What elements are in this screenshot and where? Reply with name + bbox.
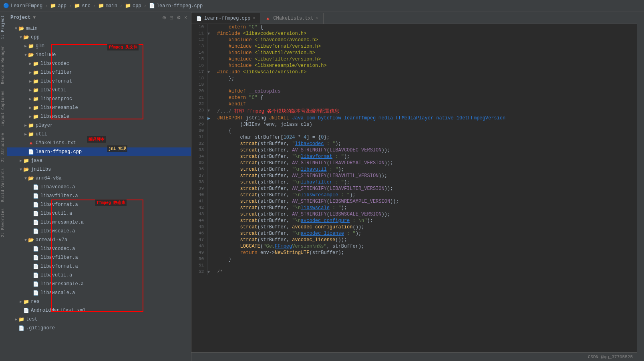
topbar: 🔵 LearnFFmpeg › 📁 app › 📁 src › 📁 main ›… [0,0,644,12]
tree-label-arm64-libavformat: libavformat.a [40,202,78,208]
tree-item-arm64-libswresample[interactable]: ▶ 📄 libswresample.a [7,218,191,227]
code-line-32: 32 strcat(strBuffer, "libavcodec : "); [191,141,637,147]
code-line-43: 43 strcat(strBuffer, AV_STRINGIFY(LIBSWS… [191,211,637,218]
tree-label-libswscale: libswscale [40,114,69,119]
cmake-script-label: 编译脚本 [87,136,106,143]
code-line-17: 17 ▼ #include <libswscale/version.h> [191,69,637,75]
tab-learn-ffmpeg[interactable]: 📄 learn-ffmpeg.cpp × [191,13,260,24]
panel-resource-label[interactable]: Resource Manager [0,42,7,87]
tree-item-armeabi-libavcodec[interactable]: ▶ 📄 libavcodec.a [7,244,191,253]
tab-close-cmake[interactable]: × [316,16,318,21]
sync-button[interactable]: ⊕ [161,14,167,21]
code-line-19: 19 [191,82,637,88]
code-line-22: 22 #endif [191,101,637,107]
tree-label-java: java [31,158,42,163]
code-line-11: 11 ▼ #include <libavcodec/version.h> [191,30,637,37]
tree-item-arm64[interactable]: ▼ 📂 arm64-v8a [7,174,191,183]
tree-item-armeabi-libavformat[interactable]: ▶ 📄 libavformat.a [7,262,191,271]
project-panel: Project ▼ ⊕ ⊟ ⚙ × ffmpeg 头文件 编译脚本 jni 实现… [7,12,191,361]
tree-label-arm64-libavutil: libavutil.a [40,211,72,216]
tree-label-player: player [36,123,53,128]
tree-label-learn-ffmpeg: learn-ffmpeg.cpp [36,149,82,155]
tab-cmake[interactable]: 🔺 CMakeLists.txt × [260,13,324,24]
tree-label-armeabi-libavutil: libavutil.a [40,272,72,278]
tree-item-jnilibs[interactable]: ▼ 📂 jniLibs [7,165,191,174]
tree-item-res[interactable]: ▶ 📁 res [7,297,191,306]
tree-label-armeabi: armeabi-v7a [36,237,67,243]
tab-label-cmake: CMakeLists.txt [273,16,314,21]
tree-label-cmake: CMakeLists.txt [36,140,76,146]
code-line-41: 41 strcat(strBuffer, AV_STRINGIFY(LIBSWR… [191,198,637,205]
code-line-13: 13 #include <libavformat/version.h> [191,43,637,50]
code-line-47: 47 strcat(strBuffer, avcodec_license()); [191,237,637,243]
bc-project[interactable]: LearnFFmpeg [11,3,42,9]
tree-item-include[interactable]: ▼ 📂 include [7,50,191,59]
tree-item-armeabi[interactable]: ▼ 📂 armeabi-v7a [7,236,191,244]
code-line-28: 28 ▶ JNIEXPORT jstring JNICALL Java_com_… [191,115,637,121]
panel-toolbar: ⊕ ⊟ ⚙ × [161,14,188,21]
tree-item-player[interactable]: ▶ 📁 player [7,121,191,130]
tab-close-learn-ffmpeg[interactable]: × [253,16,255,21]
tree-label-arm64-libswscale: libswscale.a [40,228,75,234]
statusbar: CSDN @qq_37705525 [191,352,637,361]
tree-item-arm64-libswscale[interactable]: ▶ 📄 libswscale.a [7,227,191,236]
project-tree[interactable]: ffmpeg 头文件 编译脚本 jni 实现 ffmpeg 静态库 ▼ 📂 ma… [7,23,191,361]
tree-item-test[interactable]: ▶ 📁 test [7,315,191,324]
panel-project-label[interactable]: 1: Project [0,12,7,42]
tree-item-gitignore[interactable]: ▶ 📄 .gitignore [7,324,191,333]
code-line-16: 16 #include <libswresample/version.h> [191,63,637,69]
tree-item-libavformat[interactable]: ▶ 📁 libavformat [7,77,191,86]
tree-label-libavformat: libavformat [40,79,72,84]
panel-favorites-label[interactable]: 2: Favorites [0,205,7,240]
tree-item-glm[interactable]: ▶ 📁 glm [7,42,191,50]
tree-item-java[interactable]: ▶ 📁 java [7,156,191,165]
project-title: Project [10,15,30,20]
tree-item-armeabi-libavfilter[interactable]: ▶ 📄 libavfilter.a [7,253,191,262]
code-line-40: 40 strcat(strBuffer, "\nlibswresample : … [191,192,637,198]
tree-label-cpp: cpp [31,34,40,40]
tab-label-learn-ffmpeg: learn-ffmpeg.cpp [204,16,250,21]
tree-item-learn-ffmpeg[interactable]: ▶ 📄 learn-ffmpeg.cpp [7,147,191,156]
tree-item-cpp[interactable]: ▼ 📂 cpp [7,33,191,42]
editor-area: 📄 learn-ffmpeg.cpp × 🔺 CMakeLists.txt × … [191,12,637,361]
bc-src[interactable]: src [82,3,91,9]
code-editor[interactable]: 10 extern "C" { 11 ▼ #include <libavcode… [191,24,637,352]
tree-item-libswscale[interactable]: ▶ 📁 libswscale [7,112,191,121]
tree-label-libswresample: libswresample [40,105,78,111]
tree-item-manifest[interactable]: ▶ 📄 AndroidManifest.xml [7,306,191,315]
code-line-18: 18 }; [191,75,637,82]
tree-item-arm64-libavutil[interactable]: ▶ 📄 libavutil.a [7,209,191,218]
tree-item-arm64-libavfilter[interactable]: ▶ 📄 libavfilter.a [7,192,191,200]
tree-label-include: include [36,52,56,58]
tree-label-jnilibs: jniLibs [31,167,51,172]
bc-main[interactable]: main [106,3,117,9]
bc-app[interactable]: app [58,3,66,9]
tree-item-libpostproc[interactable]: ▶ 📁 libpostproc [7,95,191,103]
panel-build-label[interactable]: Build Variants [0,165,7,205]
tree-item-armeabi-libswresample[interactable]: ▶ 📄 libswresample.a [7,280,191,288]
tree-item-arm64-libavcodec[interactable]: ▶ 📄 libavcodec.a [7,183,191,192]
bc-cpp[interactable]: cpp [133,3,141,9]
tree-item-libavcodec[interactable]: ▶ 📁 libavcodec [7,59,191,68]
tree-label-arm64-libswresample: libswresample.a [40,220,84,225]
code-line-36: 36 strcat(strBuffer, "\nlibavutil : "); [191,166,637,173]
tree-item-main[interactable]: ▼ 📂 main [7,24,191,33]
code-line-50: 50 } [191,256,637,262]
tree-item-libavutil[interactable]: ▶ 📁 libavutil [7,86,191,95]
ffmpeg-static-label: ffmpeg 静态库 [95,200,127,206]
tree-item-armeabi-libswscale[interactable]: ▶ 📄 libswscale.a [7,288,191,297]
panel-layout-label[interactable]: Layout Captures [0,87,7,130]
tree-label-armeabi-libavformat: libavformat.a [40,264,78,269]
close-panel-button[interactable]: × [183,14,188,21]
bc-file[interactable]: learn-ffmpeg.cpp [157,3,203,9]
tree-item-libavfilter[interactable]: ▶ 📁 libavfilter [7,68,191,77]
tree-item-armeabi-libavutil[interactable]: ▶ 📄 libavutil.a [7,271,191,280]
tree-label-res: res [31,299,40,305]
panel-structure-label[interactable]: Z: Structure [0,130,7,165]
tab-icon-cpp: 📄 [196,16,202,21]
settings-button[interactable]: ⚙ [176,14,182,21]
tree-item-libswresample[interactable]: ▶ 📁 libswresample [7,103,191,112]
collapse-button[interactable]: ⊟ [169,14,174,21]
code-line-38: 38 strcat(strBuffer, "\nlibavfilter : ")… [191,179,637,186]
tab-icon-cmake: 🔺 [265,16,271,21]
